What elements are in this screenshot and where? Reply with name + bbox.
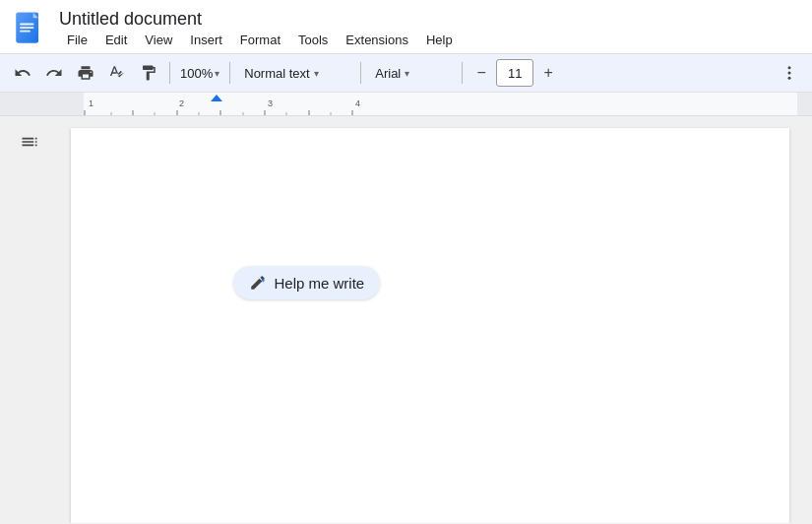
pencil-sparkle-icon — [249, 274, 267, 292]
format-paint-button[interactable] — [134, 58, 163, 88]
font-size-increase[interactable]: + — [535, 59, 561, 87]
title-area: Untitled document File Edit View Insert … — [59, 8, 461, 49]
svg-text:3: 3 — [268, 98, 273, 108]
ruler-svg: 1 2 3 4 — [0, 93, 812, 115]
svg-point-6 — [788, 72, 791, 75]
redo-button[interactable] — [39, 58, 69, 88]
help-me-write-label: Help me write — [275, 275, 365, 292]
svg-text:2: 2 — [179, 98, 184, 108]
menu-insert[interactable]: Insert — [182, 31, 230, 49]
doc-icon — [12, 11, 47, 46]
help-me-write-button[interactable]: Help me write — [233, 266, 381, 299]
menu-help[interactable]: Help — [418, 31, 461, 49]
zoom-control[interactable]: 100% ▾ — [176, 58, 223, 88]
title-bar: Untitled document File Edit View Insert … — [0, 0, 812, 53]
more-options-button[interactable] — [775, 58, 804, 88]
separator-2 — [229, 62, 230, 84]
font-dropdown[interactable]: Arial ▾ — [367, 58, 456, 88]
main-area: Help me write — [0, 116, 812, 523]
style-value: Normal text — [244, 66, 309, 81]
font-size-decrease[interactable]: − — [468, 59, 494, 87]
font-size-value: 11 — [508, 66, 522, 81]
svg-rect-4 — [20, 31, 31, 33]
separator-4 — [462, 62, 463, 84]
spell-check-icon — [108, 64, 126, 82]
style-dropdown[interactable]: Normal text ▾ — [236, 58, 354, 88]
menu-view[interactable]: View — [137, 31, 180, 49]
redo-icon — [45, 64, 63, 82]
font-chevron: ▾ — [405, 68, 409, 79]
menu-edit[interactable]: Edit — [97, 31, 135, 49]
page-container: Help me write — [59, 116, 812, 523]
more-vert-icon — [781, 64, 798, 82]
undo-button[interactable] — [8, 58, 37, 88]
svg-rect-8 — [0, 93, 812, 115]
undo-icon — [14, 64, 31, 82]
svg-point-7 — [788, 77, 791, 80]
svg-rect-10 — [797, 93, 812, 115]
toolbar: 100% ▾ Normal text ▾ Arial ▾ − 11 + — [0, 53, 812, 93]
menu-tools[interactable]: Tools — [290, 31, 336, 49]
menu-extensions[interactable]: Extensions — [338, 31, 416, 49]
menu-format[interactable]: Format — [232, 31, 288, 49]
spell-check-button[interactable] — [102, 58, 132, 88]
separator-3 — [360, 62, 361, 84]
font-size-control: − 11 + — [468, 59, 561, 87]
font-size-box[interactable]: 11 — [496, 59, 533, 87]
outline-icon — [20, 132, 39, 152]
side-panel — [0, 116, 59, 523]
menu-file[interactable]: File — [59, 31, 95, 49]
svg-rect-3 — [20, 27, 33, 29]
svg-point-5 — [788, 67, 791, 70]
style-chevron: ▾ — [314, 68, 319, 79]
print-icon — [77, 64, 94, 82]
svg-rect-2 — [20, 24, 33, 26]
format-paint-icon — [140, 64, 157, 82]
document-page[interactable]: Help me write — [71, 128, 789, 523]
ruler: 1 2 3 4 — [0, 93, 812, 116]
svg-rect-9 — [0, 93, 84, 115]
doc-title[interactable]: Untitled document — [59, 8, 461, 31]
print-button[interactable] — [71, 58, 100, 88]
svg-text:1: 1 — [89, 98, 94, 108]
zoom-chevron: ▾ — [215, 68, 219, 79]
svg-text:4: 4 — [355, 98, 360, 108]
font-value: Arial — [375, 66, 401, 81]
menu-bar: File Edit View Insert Format Tools Exten… — [59, 31, 461, 49]
zoom-value: 100% — [180, 66, 213, 81]
outline-toggle[interactable] — [16, 128, 43, 160]
separator-1 — [169, 62, 170, 84]
